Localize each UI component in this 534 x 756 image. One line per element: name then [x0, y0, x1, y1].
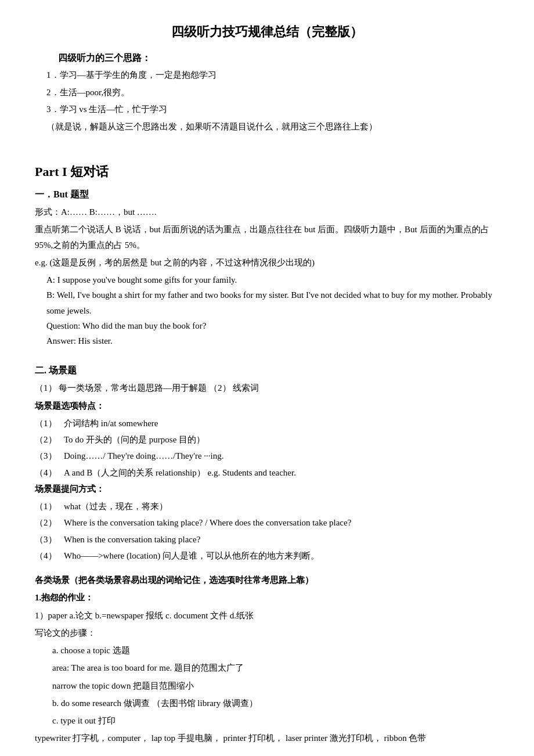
sub1-qa-q: Question: Who did the man buy the book f…: [46, 318, 499, 333]
section1-item1: 1．学习—基于学生的角度，一定是抱怨学习: [46, 68, 499, 83]
sub2-q4: （4） Who——>where (location) 问人是谁，可以从他所在的地…: [35, 548, 499, 563]
section1-item2: 2．生活—poor,很穷。: [46, 85, 499, 100]
sub2-section: 二. 场景题 （1） 每一类场景，常考出题思路—用于解题 （2） 线索词 场景题…: [35, 365, 499, 563]
sub3-heading: 各类场景（把各类场景容易出现的词给记住，选选项时往常考思路上靠）: [35, 573, 499, 588]
sub1-desc2: e.g. (这题是反例，考的居然是 but 之前的内容，不过这种情况很少出现的): [35, 255, 499, 270]
section1-item3: 3．学习 vs 生活—忙，忙于学习: [46, 102, 499, 117]
section1: 四级听力的三个思路： 1．学习—基于学生的角度，一定是抱怨学习 2．生活—poo…: [35, 52, 499, 134]
sub1-qa-ans: Answer: His sister.: [46, 333, 499, 348]
sub1-section: 一．But 题型 形式：A:…… B:……，but ……. 重点听第二个说话人 …: [35, 189, 499, 348]
sub3-step-c: c. type it out 打印: [52, 713, 499, 728]
sub3-step-area: area: The area is too board for me. 题目的范…: [52, 660, 499, 675]
sub1-qa-b: B: Well, I've bought a shirt for my fath…: [46, 287, 499, 318]
sub1-format: 形式：A:…… B:……，but …….: [35, 204, 499, 219]
section1-note: （就是说，解题从这三个思路出发，如果听不清题目说什么，就用这三个思路往上套）: [46, 120, 499, 135]
sub1-heading: 一．But 题型: [35, 189, 499, 201]
sub3-section: 各类场景（把各类场景容易出现的词给记住，选选项时往常考思路上靠） 1.抱怨的作业…: [35, 573, 499, 756]
sub2-feature-heading: 场景题选项特点：: [35, 398, 499, 413]
sub2-question-heading: 场景题提问方式：: [35, 481, 499, 496]
sub2-heading: 二. 场景题: [35, 365, 499, 377]
section1-heading: 四级听力的三个思路：: [58, 52, 499, 64]
sub2-feature3: （3） Doing……/ They're doing……/They're ···…: [35, 448, 499, 463]
sub2-feature2: （2） To do 开头的（问的是 purpose 目的）: [35, 432, 499, 447]
sub2-q3: （3） When is the conversation taking plac…: [35, 532, 499, 547]
sub3-step-a: a. choose a topic 选题: [52, 643, 499, 658]
sub3-steps-label: 写论文的步骤：: [35, 625, 499, 640]
sub2-q2: （2） Where is the conversation taking pla…: [35, 515, 499, 530]
sub1-qa-a: A: I suppose you've bought some gifts fo…: [46, 272, 499, 287]
sub1-desc1: 重点听第二个说话人 B 说话，but 后面所说的话为重点，出题点往往在 but …: [35, 222, 499, 253]
sub3-typewriter-line: typewriter 打字机，computer， lap top 手提电脑， p…: [35, 730, 499, 746]
sub3-step-narrow: narrow the topic down 把题目范围缩小: [52, 678, 499, 693]
sub2-intro: （1） 每一类场景，常考出题思路—用于解题 （2） 线索词: [35, 380, 499, 395]
sub3-1-heading: 1.抱怨的作业：: [35, 590, 499, 605]
sub3-step-b: b. do some research 做调查 （去图书馆 library 做调…: [52, 696, 499, 711]
sub2-feature1: （1） 介词结构 in/at somewhere: [35, 416, 499, 431]
part1-heading: Part I 短对话: [35, 163, 499, 181]
sub3-item1: 1）paper a.论文 b.=newspaper 报纸 c. document…: [35, 608, 499, 623]
page-title: 四级听力技巧规律总结（完整版）: [35, 23, 499, 41]
sub2-q1: （1） what（过去，现在，将来）: [35, 499, 499, 514]
sub2-feature4: （4） A and B（人之间的关系 relationship） e.g. St…: [35, 465, 499, 480]
